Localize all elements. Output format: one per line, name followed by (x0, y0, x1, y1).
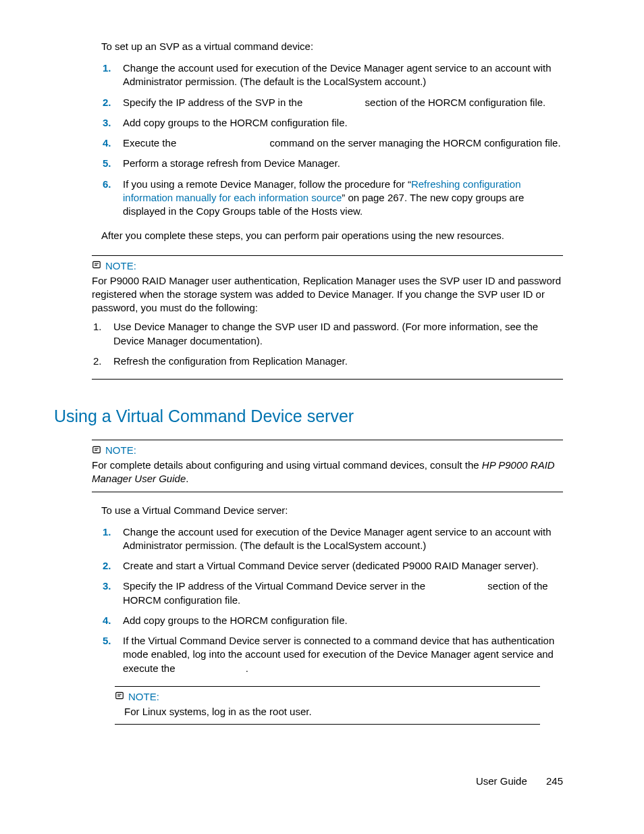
page-footer: User Guide 245 (476, 775, 563, 787)
list-item: Create and start a Virtual Command Devic… (123, 559, 563, 573)
list-item: Add copy groups to the HORCM configurati… (123, 116, 563, 130)
list-item: Specify the IP address of the SVP in the… (123, 96, 563, 109)
text: section of the HORCM configuration file. (362, 97, 545, 108)
list-item: Add copy groups to the HORCM configurati… (123, 614, 563, 627)
list-item: Perform a storage refresh from Device Ma… (123, 157, 563, 170)
note-box-2: NOTE: For complete details about configu… (92, 440, 563, 492)
text: If you using a remote Device Manager, fo… (123, 178, 411, 190)
note-icon (92, 260, 101, 271)
note-box-3: NOTE: For Linux systems, log in as the r… (115, 686, 540, 725)
text: If the Virtual Command Device server is … (123, 635, 554, 674)
note-label: NOTE: (105, 260, 136, 271)
procedure-list-1: Change the account used for execution of… (101, 61, 563, 218)
procedure-list-2: Change the account used for execution of… (101, 525, 563, 675)
text: Specify the IP address of the SVP in the (123, 97, 305, 108)
section-heading-vcd: Using a Virtual Command Device server (54, 407, 563, 426)
note-body: For Linux systems, log in as the root us… (124, 705, 540, 719)
note-label: NOTE: (128, 691, 159, 702)
list-item: Refresh the configuration from Replicati… (113, 355, 563, 368)
page-number: 245 (546, 775, 563, 787)
list-item: Change the account used for execution of… (123, 61, 563, 89)
intro-text-2: To use a Virtual Command Device server: (101, 504, 563, 516)
text: Execute the (123, 137, 179, 149)
list-item: Use Device Manager to change the SVP use… (113, 320, 563, 348)
note-body: For complete details about configuring a… (92, 459, 563, 486)
text: command on the server managing the HORCM… (267, 137, 560, 149)
note-label: NOTE: (105, 444, 136, 456)
list-item: Execute the command on the server managi… (123, 136, 563, 150)
footer-title: User Guide (476, 775, 527, 787)
note-sublist: Use Device Manager to change the SVP use… (92, 320, 563, 368)
text: . (246, 662, 248, 674)
list-item: Change the account used for execution of… (123, 525, 563, 553)
note-icon (92, 445, 101, 456)
list-item: Specify the IP address of the Virtual Co… (123, 579, 563, 607)
after-steps-text: After you complete these steps, you can … (101, 229, 563, 242)
intro-text-1: To set up an SVP as a virtual command de… (101, 41, 563, 52)
list-item: If the Virtual Command Device server is … (123, 634, 563, 675)
list-item: If you using a remote Device Manager, fo… (123, 178, 563, 219)
note-body: For P9000 RAID Manager user authenticati… (92, 274, 563, 315)
note-icon (115, 691, 124, 702)
text: Specify the IP address of the Virtual Co… (123, 580, 428, 592)
note-box-1: NOTE: For P9000 RAID Manager user authen… (92, 255, 563, 380)
